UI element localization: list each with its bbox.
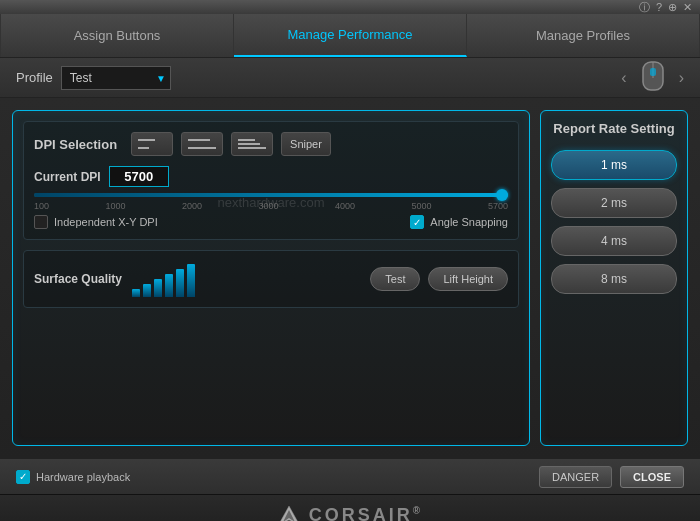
slider-labels: 100 1000 2000 3000 4000 5000 5700 — [34, 201, 508, 211]
dpi-btn-medium[interactable] — [181, 132, 223, 156]
bottom-bar: Hardware playback DANGER CLOSE — [0, 458, 700, 494]
danger-button[interactable]: DANGER — [539, 466, 612, 488]
surface-title: Surface Quality — [34, 272, 122, 286]
surface-section: Surface Quality Test Lift Height — [23, 250, 519, 308]
close-icon[interactable]: ✕ — [683, 1, 692, 14]
corsair-emblem-icon — [277, 504, 301, 522]
dpi-section: DPI Selection Sniper — [23, 121, 519, 240]
globe-icon[interactable]: ⊕ — [668, 1, 677, 14]
independent-xy-label: Independent X-Y DPI — [54, 216, 158, 228]
sniper-button[interactable]: Sniper — [281, 132, 331, 156]
surface-bar-1 — [132, 289, 140, 297]
angle-snapping-box — [410, 215, 424, 229]
profile-nav: ‹ › — [621, 60, 684, 96]
hardware-playback[interactable]: Hardware playback — [16, 470, 130, 484]
right-panel: Report Rate Setting 1 ms 2 ms 4 ms 8 ms — [540, 110, 688, 446]
left-panel: DPI Selection Sniper — [12, 110, 530, 446]
profile-label: Profile — [16, 70, 53, 85]
action-btns: Test Lift Height — [370, 267, 508, 291]
bottom-buttons: DANGER CLOSE — [539, 466, 684, 488]
dpi-title: DPI Selection — [34, 137, 117, 152]
dpi-slider-container[interactable]: 100 1000 2000 3000 4000 5000 5700 nextha… — [34, 193, 508, 211]
report-btn-4ms[interactable]: 4 ms — [551, 226, 677, 256]
main-content: DPI Selection Sniper — [0, 98, 700, 458]
lift-height-button[interactable]: Lift Height — [428, 267, 508, 291]
checkbox-row: Independent X-Y DPI Angle Snapping — [34, 215, 508, 229]
help-icon[interactable]: ? — [656, 1, 662, 13]
corsair-logo: CORSAIR® — [277, 504, 423, 522]
report-rate-title: Report Rate Setting — [551, 121, 677, 138]
report-btn-8ms[interactable]: 8 ms — [551, 264, 677, 294]
mouse-icon — [639, 60, 667, 96]
surface-bar-6 — [187, 264, 195, 297]
tab-manage-profiles[interactable]: Manage Profiles — [467, 14, 700, 57]
surface-bar-4 — [165, 274, 173, 297]
svg-rect-2 — [650, 68, 656, 76]
footer-bar: CORSAIR® — [0, 494, 700, 521]
corsair-brand-text: CORSAIR® — [309, 505, 423, 521]
info-icon[interactable]: ⓘ — [639, 0, 650, 15]
nav-next-arrow[interactable]: › — [679, 69, 684, 87]
independent-xy-checkbox[interactable]: Independent X-Y DPI — [34, 215, 158, 229]
hardware-playback-checkbox[interactable] — [16, 470, 30, 484]
dpi-header: DPI Selection Sniper — [34, 132, 508, 156]
hardware-playback-label: Hardware playback — [36, 471, 130, 483]
top-bar: ⓘ ? ⊕ ✕ — [0, 0, 700, 14]
report-btn-2ms[interactable]: 2 ms — [551, 188, 677, 218]
close-button[interactable]: CLOSE — [620, 466, 684, 488]
test-button[interactable]: Test — [370, 267, 420, 291]
independent-xy-box — [34, 215, 48, 229]
current-dpi-row: Current DPI 5700 — [34, 166, 508, 187]
profile-select-wrapper[interactable]: Test Default Gaming — [61, 66, 171, 90]
angle-snapping-label: Angle Snapping — [430, 216, 508, 228]
nav-prev-arrow[interactable]: ‹ — [621, 69, 626, 87]
report-btn-1ms[interactable]: 1 ms — [551, 150, 677, 180]
dpi-btn-small[interactable] — [131, 132, 173, 156]
tab-bar: Assign Buttons Manage Performance Manage… — [0, 14, 700, 58]
surface-bar-2 — [143, 284, 151, 297]
tab-manage-performance[interactable]: Manage Performance — [234, 14, 467, 57]
current-dpi-label: Current DPI — [34, 170, 101, 184]
surface-bars — [132, 261, 360, 297]
dpi-value-box[interactable]: 5700 — [109, 166, 169, 187]
profile-select[interactable]: Test Default Gaming — [61, 66, 171, 90]
tab-assign-buttons[interactable]: Assign Buttons — [0, 14, 234, 57]
angle-snapping-checkbox[interactable]: Angle Snapping — [410, 215, 508, 229]
profile-bar: Profile Test Default Gaming ‹ › — [0, 58, 700, 98]
dpi-btn-large[interactable] — [231, 132, 273, 156]
surface-bar-5 — [176, 269, 184, 297]
surface-bar-3 — [154, 279, 162, 297]
report-rate-buttons: 1 ms 2 ms 4 ms 8 ms — [551, 150, 677, 294]
